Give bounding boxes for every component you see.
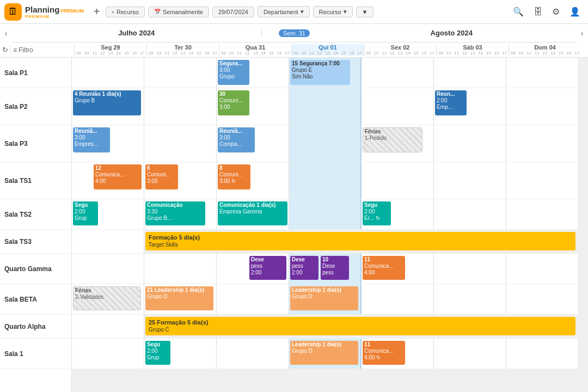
event-sala-ts2-segu-seg[interactable]: Segu 2:00 Grup — [73, 201, 98, 225]
event-sala-ts1-comuni12[interactable]: 12 Comunica... 4:00 — [94, 164, 142, 189]
event-sala-ts1-comuni8[interactable]: 8 Comuni... 3:00 ↻ — [218, 164, 250, 189]
sort-icon: ≡ — [13, 46, 17, 54]
day-seg29: Seg 29 091011121314151617 — [74, 44, 146, 56]
row-sala-p1: Segura... 3:00 Grupo 15 Segurança 7:00 G… — [72, 58, 588, 88]
row-label-sala-p3: Sala P3 — [0, 125, 71, 162]
event-sala-ts2-segu-sex[interactable]: Segu 2:00 Er... ↻ — [363, 201, 391, 225]
day-seg29-times: 091011121314151617 — [75, 51, 146, 56]
event-sala1-lead-qui[interactable]: Leadership 1 dia(s) Grupo D — [290, 341, 358, 365]
row-quarto-alpha: 25 Formação 5 dia(s) Grupo C — [72, 315, 588, 339]
search-button[interactable]: 🔍 — [510, 4, 527, 19]
event-qgamma-comuni11[interactable]: 11 Comunica... 4:00 — [363, 256, 405, 280]
month-july-label: Julho 2024 — [12, 29, 262, 37]
row-label-sala-p2: Sala P2 — [0, 88, 71, 125]
event-sala-p3-reuniao-seg[interactable]: Reuniã... 3:00 Empres... — [73, 127, 110, 152]
prev-month-button[interactable]: ‹ — [0, 24, 12, 42]
sem-badge: Sem. 31 — [279, 29, 310, 37]
row-sala-1: Segu 2:00 Grup Leadership 1 dia(s) Grupo… — [72, 339, 588, 369]
filter-label: Filtro — [19, 46, 33, 54]
row-label-sala-ts1: Sala TS1 — [0, 162, 71, 199]
recurso-button[interactable]: ● Recurso — [106, 7, 145, 17]
row-label-quarto-gamma: Quarto Gamma — [0, 254, 71, 284]
event-quarto-alpha-formacao25[interactable]: 25 Formação 5 dia(s) Grupo C — [145, 317, 575, 335]
row-labels-column: Sala P1 Sala P2 Sala P3 Sala TS1 Sala TS… — [0, 58, 72, 392]
sem-area: Sem. 31 — [262, 29, 327, 37]
topbar: 🗓 PlanningPREMIUM PREMIUM + ● Recurso 📅 … — [0, 0, 588, 24]
row-label-sala-beta: Sala BETA — [0, 284, 71, 315]
month-aug-label: Agosto 2024 — [327, 29, 577, 37]
event-sala-p2-comuni30[interactable]: 30 Comuni... 3:00 — [218, 90, 249, 115]
row-label-sala-ts2: Sala TS2 — [0, 199, 71, 230]
logo-area: 🗓 PlanningPREMIUM PREMIUM — [4, 3, 84, 21]
event-sala-ts3-formacao[interactable]: Formação 5 dia(s) Target Skills — [145, 232, 575, 250]
row-label-sala-p1: Sala P1 — [0, 58, 71, 88]
date-button[interactable]: 29/07/2024 — [212, 7, 254, 17]
add-button[interactable]: + — [91, 5, 102, 18]
row-sala-ts3: Formação 5 dia(s) Target Skills — [72, 230, 588, 254]
recurso2-button[interactable]: Recurso ▾ — [313, 6, 353, 17]
event-sala-p1-segu[interactable]: Segura... 3:00 Grupo — [218, 60, 249, 85]
event-qgamma-dese-qua[interactable]: Dese pess 2:00 — [249, 256, 286, 280]
day-sab03: Sáb 03 091011121314151617 — [436, 44, 509, 56]
event-sala-p2-reun-sab[interactable]: Reun... 2:00 Emp... — [435, 90, 467, 115]
event-sala-ts1-comuni6[interactable]: 6 Comuni... 3:00 — [145, 164, 178, 189]
row-sala-p3: Reuniã... 3:00 Empres... Reuniã... 3:00 … — [72, 125, 588, 162]
user-button[interactable]: 👤 — [566, 4, 584, 19]
day-sex02: Sex 02 091011121314151617 — [364, 44, 436, 56]
row-label-sala-ts3: Sala TS3 — [0, 230, 71, 254]
event-qgamma-dese-qui1[interactable]: Dese pess 2:00 — [290, 256, 318, 280]
month-header: ‹ Julho 2024 Sem. 31 Agosto 2024 › — [0, 24, 588, 42]
event-sala-beta-ferias[interactable]: Férias 2-Validados — [73, 286, 141, 310]
filter-button[interactable]: ▼ — [356, 7, 374, 17]
event-sala-p2-reuniao4[interactable]: 4 Reunião 1 dia(s) Grupo B — [73, 90, 141, 115]
event-sala-beta-lead-qui[interactable]: Leadership 1 dia(s) Grupo D — [290, 286, 358, 310]
database-button[interactable]: 🗄 — [530, 5, 546, 19]
event-sala-p3-reuniao-qua[interactable]: Reuniã... 3:00 Compa... — [218, 127, 255, 152]
event-sala-p3-ferias[interactable]: Férias 1-Pedido — [363, 127, 422, 152]
logo-icon: 🗓 — [4, 3, 22, 21]
row-sala-ts2: Segu 2:00 Grup Comunicação 3:30 Grupo B.… — [72, 199, 588, 230]
app-name: PlanningPREMIUM — [25, 5, 84, 14]
day-headers: Seg 29 091011121314151617 Ter 30 0910111… — [74, 44, 586, 56]
row-sala-p2: 4 Reunião 1 dia(s) Grupo B 30 Comuni... … — [72, 88, 588, 125]
calendar-container: ‹ Julho 2024 Sem. 31 Agosto 2024 › ↻ ≡ F… — [0, 24, 588, 392]
divider — [10, 46, 11, 54]
row-sala-beta: Férias 2-Validados 21 Leadership 1 dia(s… — [72, 284, 588, 315]
day-qui01: Qui 01 091011121314151617 — [291, 44, 364, 56]
event-sala-ts2-comuni-qua[interactable]: Comunicação 1 dia(s) Empresa Gamma — [218, 201, 287, 225]
grid-body: Sala P1 Sala P2 Sala P3 Sala TS1 Sala TS… — [0, 58, 588, 392]
grid-content: Segura... 3:00 Grupo 15 Segurança 7:00 G… — [72, 58, 588, 392]
app-sub: PREMIUM — [25, 14, 84, 19]
row-sala-ts1: 12 Comunica... 4:00 6 Comuni... 3:00 — [72, 162, 588, 199]
event-sala-ts2-comuni-ter[interactable]: Comunicação 3:30 Grupo B... — [145, 201, 205, 225]
day-ter30: Ter 30 091011121314151617 — [146, 44, 219, 56]
event-qgamma-dese-qui2[interactable]: 10 Dese pess — [321, 256, 349, 280]
event-sala1-segu-ter[interactable]: Segu 2:00 Grup — [145, 341, 170, 365]
controls-row: ↻ ≡ Filtro Seg 29 091011121314151617 Ter… — [0, 42, 588, 58]
sort-button[interactable]: ≡ Filtro — [13, 46, 33, 54]
day-qua31: Qua 31 091011121314151617 — [219, 44, 291, 56]
next-month-button[interactable]: › — [576, 24, 588, 42]
refresh-button[interactable]: ↻ — [2, 46, 8, 54]
settings-button[interactable]: ⚙ — [549, 4, 563, 19]
filter-area: ↻ ≡ Filtro — [2, 46, 74, 54]
day-seg29-label: Seg 29 — [75, 44, 146, 51]
semanalmente-button[interactable]: 📅 Semanalmente — [148, 7, 209, 17]
day-dom04: Dom 04 091011121314151617 — [509, 44, 581, 56]
event-sala-beta-lead21[interactable]: 21 Leadership 1 dia(s) Grupo D — [145, 286, 213, 310]
row-label-quarto-alpha: Quarto Alpha — [0, 315, 71, 339]
row-label-sala-1: Sala 1 — [0, 339, 71, 369]
event-sala-p1-seg15[interactable]: 15 Segurança 7:00 Grupo E Sim Não — [290, 60, 350, 85]
row-quarto-gamma: Dese pess 2:00 Dese pess 2:00 10 Dese — [72, 254, 588, 284]
event-sala1-comuni11[interactable]: 11 Comunica... 4:00 ↻ — [363, 341, 405, 365]
departamento-button[interactable]: Departament ▾ — [258, 6, 310, 17]
